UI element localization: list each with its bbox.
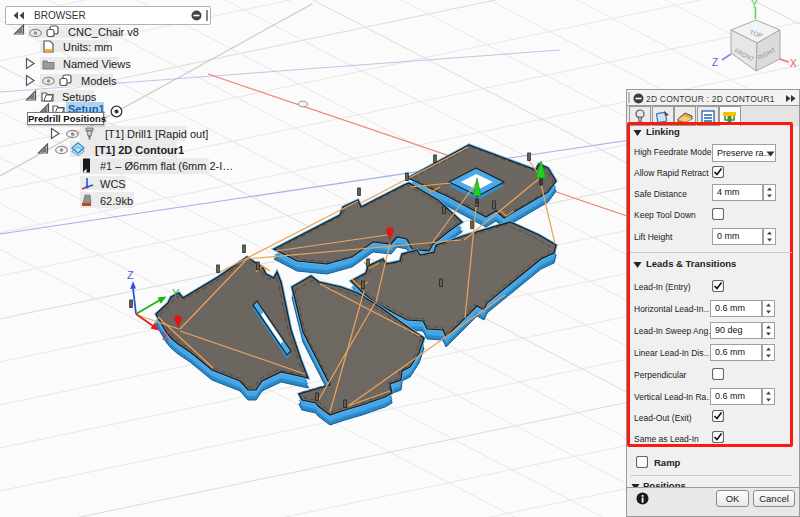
- svg-text:Z: Z: [127, 269, 134, 281]
- svg-text:X: X: [162, 330, 170, 342]
- svg-text:Z: Z: [712, 57, 718, 68]
- svg-text:Y: Y: [172, 287, 180, 299]
- svg-text:X: X: [790, 58, 797, 69]
- svg-text:Y: Y: [751, 0, 758, 10]
